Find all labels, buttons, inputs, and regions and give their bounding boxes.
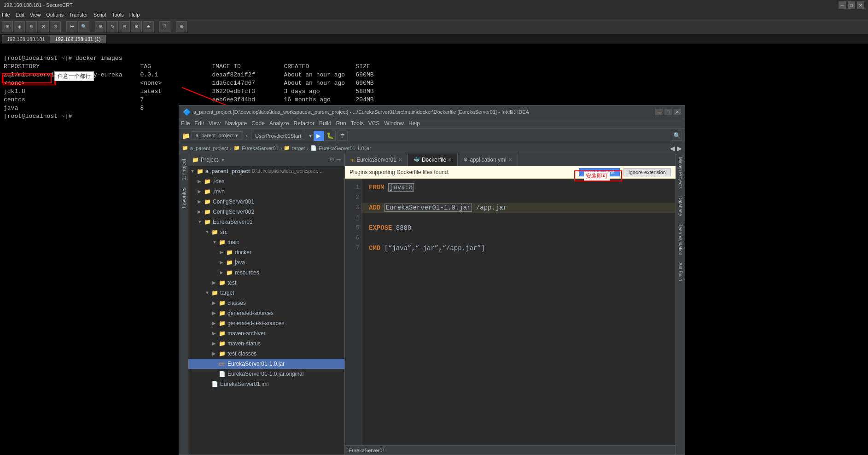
toolbar-btn-6[interactable]: ⊢ <box>66 21 77 32</box>
nav-forward-button[interactable]: ▶ <box>677 145 682 152</box>
idea-menu-tools[interactable]: Tools <box>351 120 364 127</box>
tree-item-test-classes[interactable]: ▶ 📁 test-classes <box>188 349 344 359</box>
right-tab-ant[interactable]: Ant Build <box>677 259 684 285</box>
terminal-tab-1[interactable]: 192.168.188.181 <box>2 35 50 43</box>
toolbar-btn-13[interactable]: ? <box>159 21 170 32</box>
right-tab-maven[interactable]: Maven Projects <box>677 153 684 192</box>
tree-item-main[interactable]: ▼ 📁 main <box>188 237 344 247</box>
tree-item-eureka-jar-original[interactable]: 📄 EurekaServer01-1.0.jar.original <box>188 369 344 379</box>
maximize-button[interactable]: □ <box>848 1 855 9</box>
toolbar-project-btn[interactable]: a_parent_project ▾ <box>192 131 242 140</box>
tree-item-configserver002[interactable]: ▶ 📁 ConfigServer002 <box>188 207 344 217</box>
tree-item-maven-status[interactable]: ▶ 📁 maven-status <box>188 338 344 349</box>
menu-help[interactable]: Help <box>129 12 140 18</box>
tree-label-test: test <box>227 278 236 287</box>
idea-menu-refactor[interactable]: Refactor <box>294 120 315 127</box>
tree-item-eurekaserver01[interactable]: ▼ 📁 EurekaServer01 <box>188 217 344 227</box>
tab-eurekaserver01[interactable]: m EurekaServer01 ✕ <box>345 153 408 166</box>
menu-file[interactable]: File <box>2 12 10 18</box>
close-button[interactable]: ✕ <box>857 1 864 9</box>
minimize-button[interactable]: ─ <box>839 1 846 9</box>
idea-menu-window[interactable]: Window <box>384 120 404 127</box>
securecrt-title: 192.168.188.181 - SecureCRT <box>4 2 73 8</box>
idea-maximize[interactable]: □ <box>664 109 672 115</box>
tab-dockerfile[interactable]: 🐳 Dockerfile ✕ <box>408 153 458 166</box>
idea-menu-code[interactable]: Code <box>251 120 265 127</box>
idea-menu-help[interactable]: Help <box>408 120 420 127</box>
panel-settings-btn[interactable]: ⚙ <box>329 156 335 163</box>
menu-transfer[interactable]: Transfer <box>69 12 88 18</box>
tree-item-docker[interactable]: ▶ 📁 docker <box>188 247 344 257</box>
toolbar-btn-2[interactable]: ◈ <box>14 21 25 32</box>
toolbar-btn-4[interactable]: ⊠ <box>38 21 49 32</box>
toolbar-btn-11[interactable]: ⚙ <box>131 21 142 32</box>
code-line-3: ADD EurekaServer01-1.0.jar /app.jar <box>361 203 676 213</box>
editor-tabs: m EurekaServer01 ✕ 🐳 Dockerfile ✕ ⚙ appl… <box>345 153 676 166</box>
favorites-tab-label[interactable]: Favorites <box>180 184 187 212</box>
project-tab-label[interactable]: 1: Project <box>180 155 187 184</box>
panel-header: 📁 Project ▾ ⚙ ─ <box>188 153 344 166</box>
toolbar-btn-3[interactable]: ⊟ <box>26 21 37 32</box>
toolbar-btn-8[interactable]: ⊞ <box>95 21 106 32</box>
coverage-button[interactable]: ☂ <box>338 131 348 141</box>
ignore-extension-button[interactable]: Ignore extension <box>623 168 671 176</box>
panel-collapse-btn[interactable]: ─ <box>337 156 341 163</box>
idea-menu-file[interactable]: File <box>181 120 190 127</box>
code-content[interactable]: FROM java:8 ADD EurekaServer01-1.0.jar /… <box>361 179 676 445</box>
kw-cmd: CMD <box>369 245 380 252</box>
toolbar-btn-10[interactable]: ⊟ <box>119 21 130 32</box>
terminal-tab-2[interactable]: 192.168.188.181 (1) <box>50 35 106 43</box>
tree-item-generated-test-sources[interactable]: ▶ 📁 generated-test-sources <box>188 318 344 328</box>
tree-item-maven-archiver[interactable]: ▶ 📁 maven-archiver <box>188 328 344 338</box>
tree-item-idea[interactable]: ▶ 📁 .idea <box>188 176 344 187</box>
menu-options[interactable]: Options <box>46 12 64 18</box>
line-num-6: 6 <box>347 233 359 243</box>
idea-menu-navigate[interactable]: Navigate <box>225 120 247 127</box>
tree-item-java[interactable]: ▶ 📁 java <box>188 257 344 268</box>
idea-menu-analyze[interactable]: Analyze <box>269 120 289 127</box>
menu-edit[interactable]: Edit <box>16 12 24 18</box>
idea-menu-run[interactable]: Run <box>336 120 346 127</box>
tree-root[interactable]: ▼ 📁 a_parent_project D:\develop\idea\ide… <box>188 166 344 176</box>
debug-button[interactable]: 🐛 <box>326 131 336 141</box>
right-tab-database[interactable]: Database <box>677 192 684 220</box>
toolbar-btn-7[interactable]: 🔍 <box>78 21 89 32</box>
tree-item-target[interactable]: ▼ 📁 target <box>188 288 344 298</box>
idea-menu-view[interactable]: View <box>209 120 221 127</box>
tree-item-src[interactable]: ▼ 📁 src <box>188 227 344 237</box>
tree-item-resources[interactable]: ▶ 📁 resources <box>188 268 344 278</box>
toolbar-btn-9[interactable]: ✎ <box>107 21 118 32</box>
tab-applicationyml[interactable]: ⚙ application.yml ✕ <box>458 153 518 166</box>
toolbar-btn-12[interactable]: ★ <box>143 21 154 32</box>
tab-close-eurekaserver01[interactable]: ✕ <box>398 157 402 162</box>
toolbar-btn-5[interactable]: ⊡ <box>50 21 61 32</box>
tree-item-eureka-iml[interactable]: 📄 EurekaServer01.iml <box>188 379 344 389</box>
idea-menu-edit[interactable]: Edit <box>194 120 204 127</box>
tab-close-applicationyml[interactable]: ✕ <box>508 157 512 162</box>
right-tab-bean[interactable]: Bean Validation <box>677 220 684 259</box>
idea-close[interactable]: ✕ <box>674 109 681 115</box>
run-button[interactable]: ▶ <box>314 131 324 141</box>
tree-item-configserver001[interactable]: ▶ 📁 ConfigServer001 <box>188 197 344 207</box>
idea-menu-build[interactable]: Build <box>319 120 332 127</box>
idea-minimize[interactable]: ─ <box>655 109 663 115</box>
tree-item-generated-sources[interactable]: ▶ 📁 generated-sources <box>188 308 344 318</box>
terminal-line-2: REPOSITORY TAG IMAGE ID CREATED SIZE <box>4 63 370 70</box>
nav-back-button[interactable]: ◀ <box>670 145 675 152</box>
tree-item-eureka-jar[interactable]: 🗃 EurekaServer01-1.0.jar <box>188 359 344 369</box>
terminal-line-8: [root@localhost ~]# <box>4 113 72 120</box>
tab-close-dockerfile[interactable]: ✕ <box>448 157 452 162</box>
menu-view[interactable]: View <box>30 12 41 18</box>
kw-add: ADD <box>369 204 380 211</box>
search-everywhere-button[interactable]: 🔍 <box>672 131 682 141</box>
run-config-btn[interactable]: UserProvdier01Start <box>251 132 305 140</box>
toolbar-btn-14[interactable]: ⊕ <box>176 21 187 32</box>
menu-script[interactable]: Script <box>93 12 106 18</box>
code-line-5: EXPOSE 8888 <box>369 223 668 233</box>
toolbar-btn-1[interactable]: ⊞ <box>2 21 13 32</box>
tree-item-classes[interactable]: ▶ 📁 classes <box>188 298 344 308</box>
tree-item-test[interactable]: ▶ 📁 test <box>188 278 344 288</box>
tree-item-mvn[interactable]: ▶ 📁 .mvn <box>188 187 344 197</box>
menu-tools[interactable]: Tools <box>112 12 124 18</box>
idea-menu-vcs[interactable]: VCS <box>368 120 380 127</box>
